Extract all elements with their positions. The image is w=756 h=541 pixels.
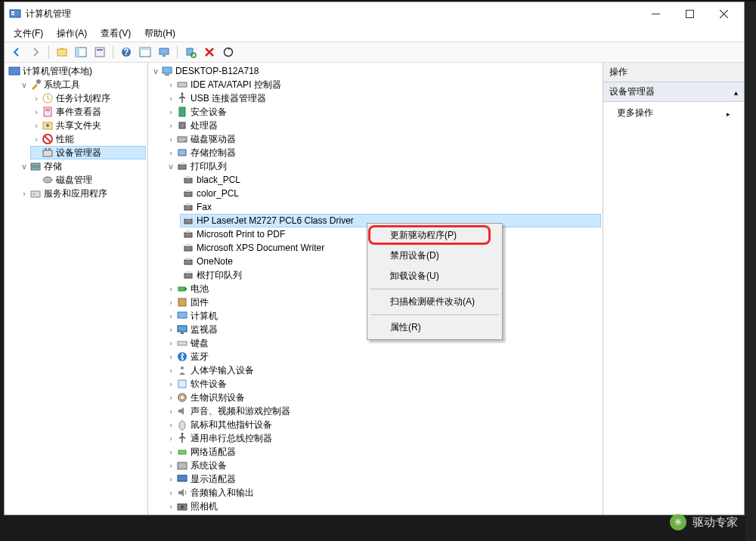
menu-action[interactable]: 操作(A) — [51, 26, 93, 42]
expand-icon[interactable]: › — [32, 108, 41, 116]
device-category[interactable]: › 人体学输入设备 — [165, 363, 601, 377]
device-category[interactable]: › 存储控制器 — [165, 146, 601, 159]
device-item[interactable]: color_PCL — [180, 187, 601, 200]
expand-icon[interactable]: › — [166, 122, 175, 130]
device-category[interactable]: › 软件设备 — [165, 377, 601, 391]
device-category[interactable]: › 处理器 — [165, 119, 601, 132]
actions-section[interactable]: 设备管理器 — [603, 82, 744, 102]
expand-icon[interactable]: › — [20, 190, 29, 198]
device-category[interactable]: › 照相机 — [165, 499, 601, 513]
collapse-icon[interactable] — [734, 87, 738, 97]
monitor-button[interactable] — [155, 44, 173, 60]
maximize-button[interactable] — [673, 3, 707, 24]
expand-icon[interactable]: › — [166, 407, 175, 416]
expand-icon[interactable]: › — [32, 122, 41, 130]
context-menu-item[interactable]: 属性(R) — [369, 317, 500, 338]
tree-item-3[interactable]: › 性能 — [30, 132, 146, 146]
expand-icon[interactable]: › — [166, 462, 175, 470]
expand-icon[interactable]: › — [166, 339, 175, 348]
battery-icon — [176, 283, 188, 295]
expand-icon[interactable]: › — [166, 434, 175, 443]
expand-icon[interactable]: › — [166, 380, 175, 388]
expand-icon[interactable]: › — [166, 81, 175, 89]
device-label: black_PCL — [197, 175, 240, 185]
expand-icon[interactable]: › — [166, 135, 175, 144]
collapse-icon[interactable]: v — [151, 67, 160, 76]
expand-icon[interactable]: › — [166, 94, 175, 103]
view-button[interactable] — [136, 44, 154, 60]
scan-button[interactable] — [181, 44, 200, 60]
device-category[interactable]: › 音频输入和输出 — [165, 486, 601, 499]
tree-item-2[interactable]: › 共享文件夹 — [30, 119, 146, 132]
tree-disk-management[interactable]: 磁盘管理 — [30, 173, 146, 187]
expand-icon[interactable]: › — [32, 135, 41, 144]
expand-icon[interactable]: › — [166, 489, 175, 497]
device-category[interactable]: › 显示适配器 — [165, 472, 601, 486]
minimize-button[interactable] — [639, 3, 673, 24]
device-category[interactable]: › 网络适配器 — [165, 445, 601, 459]
back-button[interactable] — [8, 44, 26, 60]
help-button[interactable]: ? — [117, 44, 135, 60]
svg-rect-23 — [45, 109, 50, 110]
tree-system-tools[interactable]: v 系统工具 — [18, 78, 146, 91]
close-button[interactable] — [707, 3, 741, 24]
context-menu-item[interactable]: 更新驱动程序(P) — [369, 225, 500, 246]
expand-icon[interactable]: › — [166, 475, 175, 484]
context-menu-item[interactable]: 禁用设备(D) — [369, 246, 500, 266]
device-category[interactable]: › 通用串行总线控制器 — [165, 431, 601, 445]
collapse-icon[interactable]: v — [20, 162, 29, 171]
context-menu-item[interactable]: 扫描检测硬件改动(A) — [369, 292, 500, 312]
expand-icon[interactable]: › — [166, 108, 175, 116]
expand-icon[interactable]: › — [166, 285, 175, 293]
tree-root-computer-management[interactable]: 计算机管理(本地) — [6, 64, 146, 78]
properties-button[interactable] — [91, 44, 109, 60]
device-category[interactable]: › 生物识别设备 — [165, 391, 601, 404]
device-category[interactable]: › 系统设备 — [165, 459, 601, 472]
svg-rect-58 — [186, 244, 191, 246]
expand-icon[interactable]: › — [166, 421, 175, 429]
expand-icon[interactable]: › — [166, 366, 175, 375]
node-icon — [42, 119, 54, 131]
tree-item-0[interactable]: › 任务计划程序 — [30, 91, 146, 105]
device-category[interactable]: v 打印队列 — [165, 159, 601, 173]
menu-view[interactable]: 查看(V) — [94, 26, 137, 42]
forward-button[interactable] — [26, 44, 45, 60]
expand-icon[interactable]: › — [32, 94, 41, 103]
device-root[interactable]: v DESKTOP-B12A718 — [150, 64, 601, 78]
expand-icon[interactable]: › — [166, 502, 175, 511]
device-category[interactable]: › USB 连接器管理器 — [165, 91, 601, 105]
svg-rect-54 — [186, 217, 191, 219]
context-menu-item[interactable]: 卸载设备(U) — [369, 266, 500, 286]
expand-icon[interactable]: › — [166, 448, 175, 456]
collapse-icon[interactable]: v — [20, 81, 29, 89]
refresh-button[interactable] — [219, 44, 237, 60]
expand-icon[interactable]: › — [166, 149, 175, 157]
tree-item-4[interactable]: 设备管理器 — [30, 146, 146, 159]
device-item[interactable]: Fax — [180, 200, 601, 214]
tree-services-apps[interactable]: › 服务和应用程序 — [18, 187, 146, 200]
menu-file[interactable]: 文件(F) — [8, 26, 49, 42]
delete-button[interactable] — [200, 44, 218, 60]
show-hide-tree-button[interactable] — [72, 44, 90, 60]
expand-icon[interactable]: › — [166, 394, 175, 402]
console-tree[interactable]: 计算机管理(本地) v 系统工具 › 任务计划程序 › 事件查看器 › — [6, 64, 146, 200]
device-category[interactable]: › 声音、视频和游戏控制器 — [165, 404, 601, 418]
expand-icon[interactable]: v — [166, 162, 175, 171]
more-actions-link[interactable]: 更多操作 — [603, 102, 744, 124]
expand-icon[interactable]: › — [166, 326, 175, 334]
device-label: OneNote — [197, 256, 233, 267]
svg-rect-50 — [186, 190, 191, 192]
device-category[interactable]: › 磁盘驱动器 — [165, 132, 601, 146]
expand-icon[interactable]: › — [166, 298, 175, 307]
expand-icon[interactable]: › — [166, 312, 175, 320]
tree-item-1[interactable]: › 事件查看器 — [30, 105, 146, 119]
tree-storage[interactable]: v 存储 — [18, 159, 146, 173]
device-category[interactable]: › 安全设备 — [165, 105, 601, 119]
expand-icon[interactable]: › — [166, 353, 175, 361]
up-button[interactable] — [53, 44, 71, 60]
device-item[interactable]: black_PCL — [180, 173, 601, 187]
device-category[interactable]: › 鼠标和其他指针设备 — [165, 418, 601, 431]
device-category[interactable]: › IDE ATA/ATAPI 控制器 — [165, 78, 601, 91]
device-category[interactable]: › 蓝牙 — [165, 350, 601, 363]
menu-help[interactable]: 帮助(H) — [138, 26, 181, 42]
